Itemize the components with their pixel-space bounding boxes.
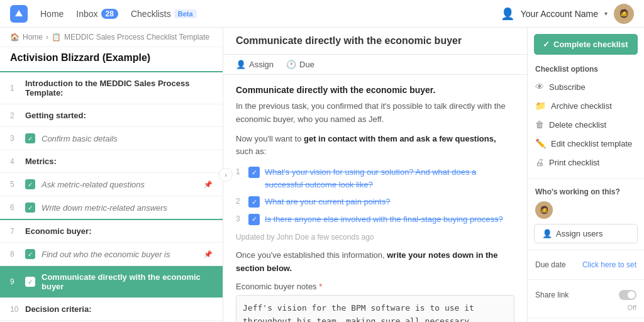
content-title: Communicate directly with the economic b… bbox=[236, 35, 462, 47]
checklist-items-list: 1 Introduction to the MEDDIC Sales Proce… bbox=[0, 72, 223, 322]
body-title: Communicate directly with the economic b… bbox=[236, 85, 514, 95]
nav-inbox[interactable]: Inbox 28 bbox=[76, 9, 118, 19]
checkbox-6: ✓ bbox=[25, 203, 35, 213]
checklist-item-10[interactable]: 10 Decision criteria: bbox=[0, 298, 223, 321]
account-chevron[interactable]: ▾ bbox=[604, 10, 608, 17]
notes-section: Economic buyer notes * Jeff's vision for… bbox=[236, 282, 514, 322]
check-icon: ✓ bbox=[543, 40, 550, 49]
collapse-sidebar-button[interactable]: › bbox=[219, 168, 233, 182]
bullet-check-3: ✓ bbox=[248, 214, 260, 225]
breadcrumb-home[interactable]: 🏠 bbox=[10, 33, 19, 42]
worker-avatar: 🧔 bbox=[535, 201, 553, 219]
working-on-label: Who's working on this? bbox=[528, 185, 644, 201]
right-panel: ✓ Complete checklist Checklist options 👁… bbox=[528, 28, 644, 322]
content-body: Communicate directly with the economic b… bbox=[223, 75, 527, 322]
option-delete[interactable]: 🗑 Delete checklist bbox=[528, 115, 644, 134]
pin-icon-5: 📌 bbox=[204, 180, 213, 189]
sidebar-title: Activision Blizzard (Example) bbox=[0, 47, 223, 72]
option-archive[interactable]: 📁 Archive checklist bbox=[528, 96, 644, 115]
notes-section-text: Once you've established this information… bbox=[236, 249, 514, 275]
checklist-item-2[interactable]: 2 Getting started: bbox=[0, 104, 223, 127]
checklist-item-3[interactable]: 3 ✓ Confirm basic details bbox=[0, 127, 223, 150]
bullet-2: 2 ✓ What are your current pain points? bbox=[236, 196, 514, 208]
checklist-item-5[interactable]: 5 ✓ Ask metric-related questions 📌 bbox=[0, 173, 223, 196]
due-date-row: Due date Click here to set bbox=[528, 257, 644, 273]
share-link-toggle[interactable] bbox=[619, 290, 636, 300]
divider-1 bbox=[528, 178, 644, 179]
checklist-item-6[interactable]: 6 ✓ Write down metric-related answers bbox=[0, 196, 223, 220]
checklist-item-8[interactable]: 8 ✓ Find out who the economic buyer is 📌 bbox=[0, 243, 223, 266]
checkbox-3: ✓ bbox=[25, 133, 35, 143]
divider-4 bbox=[528, 318, 644, 318]
assign-button[interactable]: 👤 Assign bbox=[236, 60, 274, 69]
breadcrumb: 🏠 Home › 📋 MEDDIC Sales Process Checklis… bbox=[0, 28, 223, 47]
complete-checklist-button[interactable]: ✓ Complete checklist bbox=[534, 34, 638, 55]
inbox-badge: 28 bbox=[101, 9, 118, 19]
due-date-link[interactable]: Click here to set bbox=[582, 260, 636, 269]
checklist-bullets: 1 ✓ What's your vision for using our sol… bbox=[236, 166, 514, 225]
body-intro: In the previous task, you confirmed that… bbox=[236, 100, 514, 126]
checklist-item-1[interactable]: 1 Introduction to the MEDDIC Sales Proce… bbox=[0, 72, 223, 104]
topnav: Home Inbox 28 Checklists Beta 👤 Your Acc… bbox=[0, 0, 644, 28]
pin-icon-8: 📌 bbox=[204, 250, 213, 258]
bullet-3: 3 ✓ Is there anyone else involved with t… bbox=[236, 213, 514, 226]
notes-label: Economic buyer notes * bbox=[236, 282, 514, 291]
assign-icon: 👤 bbox=[236, 60, 246, 69]
account-name: Your Account Name bbox=[521, 9, 598, 19]
content-header: Communicate directly with the economic b… bbox=[223, 28, 527, 55]
bullet-check-1: ✓ bbox=[248, 167, 260, 178]
trash-icon: 🗑 bbox=[535, 119, 544, 130]
toggle-label: Off bbox=[528, 304, 644, 311]
beta-badge: Beta bbox=[174, 9, 197, 18]
clock-icon: 🕐 bbox=[286, 60, 296, 69]
logo[interactable] bbox=[10, 5, 28, 23]
left-sidebar: 🏠 Home › 📋 MEDDIC Sales Process Checklis… bbox=[0, 28, 223, 322]
checkbox-5: ✓ bbox=[25, 179, 35, 189]
checklist-item-4[interactable]: 4 Metrics: bbox=[0, 150, 223, 173]
checklist-item-7[interactable]: 7 Economic buyer: bbox=[0, 220, 223, 243]
nav-checklists[interactable]: Checklists Beta bbox=[131, 9, 197, 19]
print-icon: 🖨 bbox=[535, 157, 544, 167]
checkbox-9: ✓ bbox=[25, 277, 35, 287]
divider-3 bbox=[528, 279, 644, 280]
checklist-item-9[interactable]: 9 ✓ Communicate directly with the econom… bbox=[0, 266, 223, 298]
edit-icon: ✏️ bbox=[535, 138, 546, 148]
option-edit-template[interactable]: ✏️ Edit checklist template bbox=[528, 134, 644, 153]
due-button[interactable]: 🕐 Due bbox=[286, 60, 314, 69]
divider-2 bbox=[528, 250, 644, 250]
account-icon: 👤 bbox=[501, 7, 514, 21]
person-plus-icon: 👤 bbox=[542, 229, 552, 238]
option-print[interactable]: 🖨 Print checklist bbox=[528, 153, 644, 172]
assign-users-button[interactable]: 👤 Assign users bbox=[534, 224, 638, 243]
avatar[interactable]: 🧔 bbox=[614, 4, 634, 24]
breadcrumb-sep-icon: 📋 bbox=[52, 33, 61, 42]
account-area: 👤 Your Account Name ▾ 🧔 bbox=[501, 4, 634, 24]
main-content: Communicate directly with the economic b… bbox=[223, 28, 528, 322]
option-subscribe[interactable]: 👁 Subscribe bbox=[528, 77, 644, 96]
checklist-options-label: Checklist options bbox=[528, 62, 644, 77]
body-cta: Now you'll want to get in contact with t… bbox=[236, 133, 514, 159]
svg-marker-0 bbox=[15, 10, 23, 16]
notes-textarea[interactable]: Jeff's vision for the BPM software is to… bbox=[236, 295, 514, 322]
content-actions: 👤 Assign 🕐 Due bbox=[223, 55, 527, 75]
eye-icon: 👁 bbox=[535, 82, 544, 92]
share-link-row: Share link bbox=[528, 286, 644, 304]
bullet-check-2: ✓ bbox=[248, 196, 260, 208]
updated-by-1: Updated by John Doe a few seconds ago bbox=[236, 233, 514, 242]
nav-home[interactable]: Home bbox=[40, 9, 64, 19]
checkbox-8: ✓ bbox=[25, 249, 35, 259]
bullet-1: 1 ✓ What's your vision for using our sol… bbox=[236, 166, 514, 191]
archive-icon: 📁 bbox=[535, 101, 546, 111]
